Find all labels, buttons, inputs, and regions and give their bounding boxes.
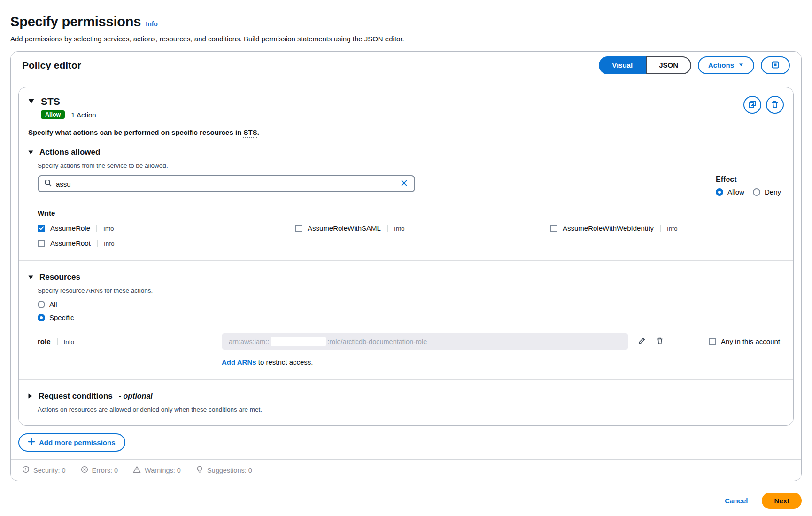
action-item-assumerolewithwebidentity: AssumeRoleWithWebIdentity Info — [550, 224, 784, 232]
info-link-assumerolewithwebidentity[interactable]: Info — [667, 225, 678, 233]
info-link-assumerolewithsaml[interactable]: Info — [394, 225, 405, 233]
effect-group: Effect Allow Deny — [716, 175, 781, 196]
security-findings-toggle[interactable]: Security: 0 — [22, 466, 66, 475]
lightbulb-icon — [196, 466, 203, 475]
trash-icon — [656, 336, 664, 346]
page-header: Specify permissions Info Add permissions… — [10, 14, 802, 43]
effect-deny-radio[interactable]: Deny — [753, 188, 781, 196]
policy-editor-header: Policy editor Visual JSON Actions — [11, 52, 801, 79]
resources-hint: Specify resource ARNs for these actions. — [38, 287, 784, 294]
fullscreen-button[interactable] — [761, 56, 790, 74]
info-link-assumeroot[interactable]: Info — [104, 240, 115, 248]
add-more-permissions-button[interactable]: Add more permissions — [18, 433, 125, 452]
editor-mode-toggle: Visual JSON — [599, 56, 691, 74]
suggestions-toggle[interactable]: Suggestions: 0 — [196, 466, 252, 475]
close-icon — [401, 180, 408, 188]
duplicate-icon — [748, 100, 757, 110]
role-arn-field[interactable]: arn:aws:iam:::role/arcticdb-documentatio… — [222, 333, 628, 350]
radio-button[interactable] — [716, 188, 723, 196]
radio-button[interactable] — [38, 301, 45, 308]
warnings-toggle[interactable]: Warnings: 0 — [133, 466, 181, 475]
policy-editor-panel: Policy editor Visual JSON Actions — [10, 51, 802, 481]
statement-description: Specify what actions can be performed on… — [28, 128, 784, 136]
page-title-info-link[interactable]: Info — [146, 20, 158, 28]
resource-scope-options: All Specific — [38, 300, 784, 321]
service-name: STS — [41, 96, 60, 107]
section-divider — [19, 379, 793, 380]
search-icon — [44, 179, 52, 188]
role-resource-row: role Info arn:aws:iam:::role/arcticdb-do… — [38, 333, 784, 350]
optional-label: - optional — [119, 392, 153, 400]
service-term[interactable]: STS — [243, 128, 257, 138]
redacted-account-id — [271, 337, 326, 346]
collapse-triangle-icon[interactable] — [28, 148, 33, 157]
any-in-account-option[interactable]: Any in this account — [709, 337, 780, 345]
actions-menu-button[interactable]: Actions — [698, 56, 754, 74]
next-button[interactable]: Next — [762, 493, 802, 509]
delete-arn-button[interactable] — [656, 336, 664, 346]
specify-permissions-page: Specify permissions Info Add permissions… — [0, 14, 812, 509]
actions-search-box[interactable] — [38, 175, 415, 192]
duplicate-statement-button[interactable] — [743, 96, 761, 114]
toggle-visual-button[interactable]: Visual — [599, 56, 646, 74]
shield-exclamation-icon — [22, 466, 30, 475]
toggle-json-button[interactable]: JSON — [646, 56, 691, 74]
request-conditions-header[interactable]: Request conditions - optional — [28, 391, 784, 401]
clear-search-button[interactable] — [400, 179, 409, 189]
checkbox-assumerole[interactable] — [38, 225, 45, 232]
checkbox-assumerolewithwebidentity[interactable] — [550, 225, 557, 232]
collapse-triangle-icon[interactable] — [28, 273, 33, 282]
checkbox-assumeroot[interactable] — [38, 240, 45, 247]
pencil-icon — [638, 336, 646, 346]
policy-editor-body: STS Allow 1 Action — [11, 79, 801, 459]
actions-checkbox-grid: AssumeRole Info AssumeRoleWithSAML Info — [38, 224, 784, 247]
collapse-triangle-icon[interactable] — [28, 97, 34, 106]
effect-badge: Allow — [41, 110, 65, 119]
resources-header[interactable]: Resources — [28, 273, 784, 282]
cancel-button[interactable]: Cancel — [725, 497, 748, 505]
action-count: 1 Action — [71, 111, 96, 119]
add-arns-row: Add ARNs to restrict access. — [222, 358, 784, 366]
edit-arn-button[interactable] — [638, 336, 646, 346]
write-group-label: Write — [38, 209, 784, 217]
role-resource-label: role — [38, 337, 51, 345]
section-divider — [19, 260, 793, 261]
effect-label: Effect — [716, 175, 781, 184]
checkbox-assumerolewithsaml[interactable] — [295, 225, 302, 232]
validation-status-bar: Security: 0 Errors: 0 Warnings: 0 — [11, 459, 801, 481]
radio-button[interactable] — [38, 314, 45, 321]
policy-editor-title: Policy editor — [22, 60, 81, 71]
fullscreen-icon — [771, 61, 780, 70]
resources-all-radio[interactable]: All — [38, 300, 784, 308]
trash-icon — [770, 100, 780, 110]
action-item-assumerolewithsaml: AssumeRoleWithSAML Info — [295, 224, 550, 232]
plus-icon — [28, 438, 35, 447]
info-link-assumerole[interactable]: Info — [103, 225, 114, 233]
statement-header[interactable]: STS — [28, 96, 96, 107]
caret-down-icon — [738, 61, 744, 70]
any-in-account-checkbox[interactable] — [709, 338, 716, 345]
statement-card-sts: STS Allow 1 Action — [18, 87, 794, 426]
delete-statement-button[interactable] — [766, 96, 784, 114]
actions-menu-label: Actions — [708, 61, 734, 70]
page-title: Specify permissions — [10, 14, 141, 30]
circle-x-icon — [81, 466, 88, 475]
request-conditions-hint: Actions on resources are allowed or deni… — [38, 406, 784, 413]
action-item-assumerole: AssumeRole Info — [38, 224, 295, 232]
resources-specific-radio[interactable]: Specific — [38, 313, 784, 321]
warning-triangle-icon — [133, 466, 141, 475]
actions-allowed-header[interactable]: Actions allowed — [28, 148, 784, 157]
effect-allow-radio[interactable]: Allow — [716, 188, 744, 196]
wizard-footer: Cancel Next — [10, 493, 802, 509]
action-item-assumeroot: AssumeRoot Info — [38, 239, 295, 247]
info-link-role[interactable]: Info — [64, 338, 75, 346]
page-subtitle: Add permissions by selecting services, a… — [10, 35, 802, 43]
actions-search-input[interactable] — [56, 180, 395, 188]
actions-allowed-hint: Specify actions from the service to be a… — [38, 162, 784, 169]
add-arns-link[interactable]: Add ARNs — [222, 358, 256, 366]
expand-triangle-icon[interactable] — [28, 391, 32, 401]
radio-button[interactable] — [753, 188, 760, 196]
errors-toggle[interactable]: Errors: 0 — [81, 466, 118, 475]
